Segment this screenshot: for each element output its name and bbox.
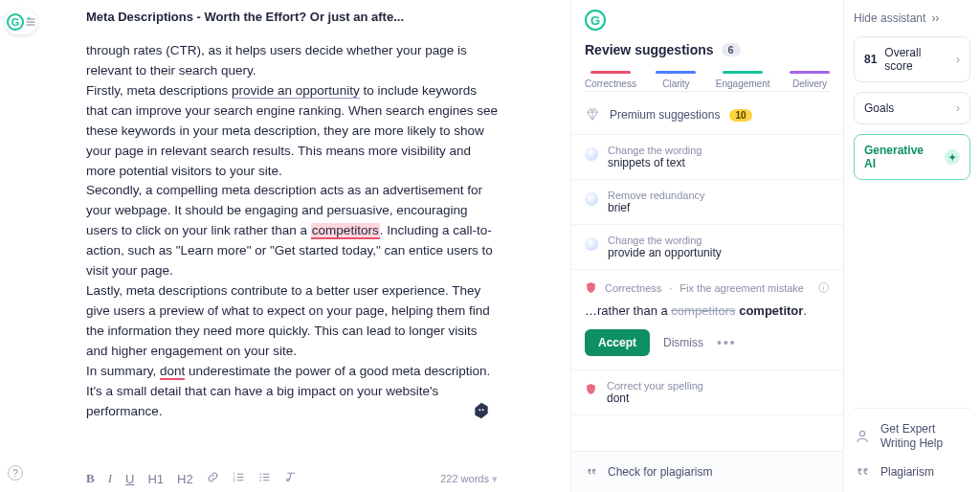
tab-delivery[interactable]: Delivery [790,71,830,89]
spelling-underline[interactable]: dont [160,364,185,380]
svg-text:3: 3 [233,479,234,482]
premium-label: Premium suggestions [610,108,720,122]
chevron-right-icon: › [956,101,960,115]
check-plagiarism-button[interactable]: Check for plagiarism [571,451,843,492]
help-icon[interactable]: ? [8,465,23,481]
document-body[interactable]: through rates (CTR), as it helps users d… [86,41,498,422]
suggestion-card[interactable]: Change the wordingsnippets of text [571,135,843,180]
document-editor[interactable]: Meta Descriptions - Worth the Effort? Or… [86,10,498,469]
underline-button[interactable]: U [125,472,134,486]
suggestion-value: brief [608,201,705,214]
info-icon[interactable] [817,281,830,294]
right-rail: Hide assistant ›› 81 Overall score › Goa… [844,0,980,492]
sparkle-icon: ✦ [945,149,960,165]
suggestion-value: provide an opportunity [608,246,722,259]
tab-clarity[interactable]: Clarity [656,71,696,89]
suggestion-label: Change the wording [608,235,722,246]
tab-engagement[interactable]: Engagement [716,71,770,89]
suggestions-panel: G Review suggestions 6 Correctness Clari… [570,0,844,492]
bullet-list-button[interactable] [258,471,271,486]
clarity-dot-icon [585,147,598,161]
more-menu-icon[interactable]: ••• [717,335,737,350]
score-label: Overall score [884,46,948,73]
generative-ai-card[interactable]: Generative AI ✦ [854,134,970,180]
suggestion-count-badge: 6 [722,43,741,56]
svg-point-1 [479,409,480,411]
overall-score-card[interactable]: 81 Overall score › [854,36,970,82]
svg-point-8 [259,480,261,481]
premium-count-badge: 10 [729,109,751,122]
document-title: Meta Descriptions - Worth the Effort? Or… [86,10,498,24]
text: In summary, [86,364,160,378]
suggestion-label: Correct your spelling [607,380,703,391]
clarity-dot-icon [585,192,598,206]
ordered-list-button[interactable]: 123 [233,471,245,486]
svg-point-7 [259,477,261,479]
quote-icon [854,463,871,481]
svg-point-2 [482,409,484,411]
text: Firstly, meta descriptions [86,83,232,98]
person-icon [854,428,871,445]
assistant-fab-icon[interactable] [471,400,492,421]
suggestion-label: Remove redundancy [608,190,705,201]
suggestion-value: snippets of text [608,156,702,169]
svg-point-6 [259,473,261,475]
italic-button[interactable]: I [108,471,112,486]
clarity-underline[interactable]: provide an opportunity [232,83,360,99]
shield-icon [585,281,597,294]
quote-icon [585,465,598,479]
suggestion-card[interactable]: Remove redundancybrief [571,180,843,225]
text: through rates (CTR), as it helps users d… [86,43,467,78]
plagiarism-button[interactable]: Plagiarism [854,463,970,481]
word-count[interactable]: 222 words ▾ [440,473,498,485]
chevron-right-icon: › [956,53,960,66]
accept-button[interactable]: Accept [585,329,650,356]
link-button[interactable] [207,471,219,486]
suggestion-value: dont [607,391,703,405]
diff-text: …rather than a competitors competitor. [585,303,830,318]
svg-point-10 [859,431,864,436]
expert-help-button[interactable]: Get Expert Writing Help [854,422,970,450]
clear-format-button[interactable] [284,471,297,486]
premium-suggestions-row[interactable]: Premium suggestions 10 [571,96,843,135]
hide-assistant-button[interactable]: Hide assistant ›› [854,11,970,25]
category-label: Correctness [605,282,661,294]
goals-card[interactable]: Goals › [854,92,970,124]
score-value: 81 [864,53,877,66]
shield-icon [585,383,597,395]
suggestion-card[interactable]: Change the wordingprovide an opportunity [571,225,843,270]
grammarly-logo-icon: G [7,13,24,31]
suggestion-label: Change the wording [608,145,702,156]
suggestion-card[interactable]: Correct your spellingdont [571,370,843,415]
h2-button[interactable]: H2 [177,472,193,486]
tab-correctness[interactable]: Correctness [585,71,636,89]
bold-button[interactable]: B [86,471,95,486]
grammarly-widget[interactable]: G [5,10,37,34]
h1-button[interactable]: H1 [147,472,164,486]
clarity-dot-icon [585,237,598,251]
text: Lastly, meta descriptions contribute to … [86,283,490,358]
chevron-right-icon: ›› [931,11,939,25]
panel-title: Review suggestions [585,42,714,57]
svg-point-0 [28,17,30,19]
format-toolbar: B I U H1 H2 123 222 words ▾ [86,471,498,486]
dismiss-button[interactable]: Dismiss [663,336,703,349]
correctness-highlight[interactable]: competitors [311,223,380,239]
rule-label: Fix the agreement mistake [679,282,804,294]
suggestion-card-expanded: Correctness · Fix the agreement mistake … [571,270,843,370]
grammarly-logo-icon: G [585,10,606,31]
diamond-icon [585,107,600,123]
menu-icon [26,17,35,27]
